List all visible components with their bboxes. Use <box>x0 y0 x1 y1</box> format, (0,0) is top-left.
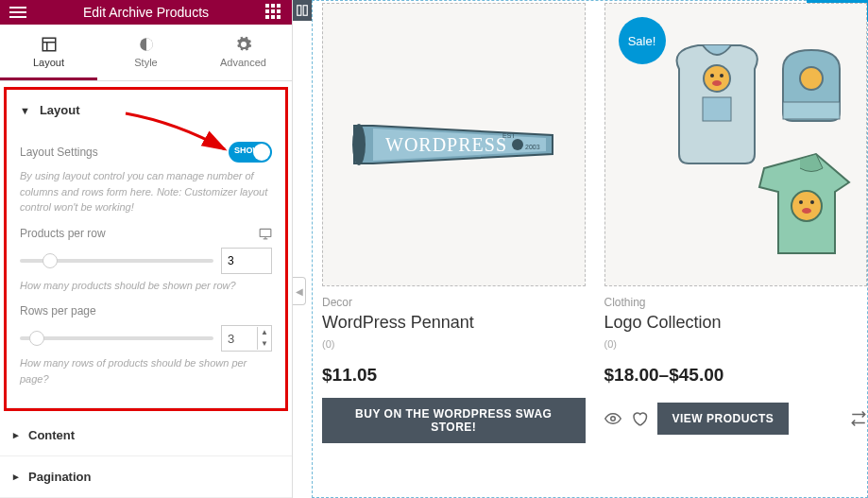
svg-point-17 <box>710 74 714 77</box>
product-image[interactable]: Sale! <box>604 3 868 286</box>
tab-layout[interactable]: Layout <box>0 25 97 80</box>
stepper-up-icon[interactable]: ▲ <box>258 327 271 338</box>
section-layout-header[interactable]: ▼ Layout <box>7 90 285 130</box>
product-category: Clothing <box>604 296 868 309</box>
compare-icon[interactable] <box>850 410 867 427</box>
svg-rect-8 <box>303 6 307 16</box>
section-content[interactable]: ▸Content <box>0 415 292 456</box>
editor-tabs: Layout Style Advanced <box>0 25 292 81</box>
svg-point-10 <box>512 139 523 150</box>
caret-right-icon: ▸ <box>13 471 19 483</box>
svg-point-23 <box>799 200 803 204</box>
gear-icon <box>235 36 252 53</box>
editor-sidebar: Edit Archive Products Layout Style Advan… <box>0 0 293 498</box>
desktop-icon[interactable] <box>259 227 272 240</box>
rows-per-page-input[interactable]: 3 ▲▼ <box>221 325 272 352</box>
svg-text:EST: EST <box>502 132 516 139</box>
caret-down-icon: ▼ <box>20 105 30 116</box>
svg-rect-4 <box>260 229 271 236</box>
svg-point-22 <box>791 191 822 221</box>
rows-per-page-label: Rows per page <box>20 304 96 318</box>
products-per-row-hint: How many products should be shown per ro… <box>20 278 272 294</box>
svg-point-24 <box>810 200 814 204</box>
sale-badge: Sale! <box>619 17 666 64</box>
svg-point-13 <box>352 124 366 165</box>
layout-settings-toggle[interactable]: SHOW <box>229 142 272 163</box>
svg-point-25 <box>802 208 811 214</box>
svg-text:WORDPRESS: WORDPRESS <box>385 134 507 155</box>
product-title[interactable]: WordPress Pennant <box>322 313 586 333</box>
pennant-illustration: WORDPRESS EST 2003 <box>340 83 567 206</box>
product-category: Decor <box>322 296 586 309</box>
product-card: WORDPRESS EST 2003 Decor WordPress Penna… <box>322 1 586 497</box>
product-reviews: (0) <box>322 338 586 350</box>
svg-point-26 <box>610 417 615 421</box>
tab-advanced[interactable]: Advanced <box>195 25 292 80</box>
svg-rect-20 <box>783 102 840 119</box>
view-products-button[interactable]: VIEW PRODUCTS <box>657 403 790 435</box>
product-image[interactable]: WORDPRESS EST 2003 <box>322 3 586 286</box>
panel-collapse-handle[interactable]: ◀ <box>293 277 306 305</box>
product-price: $11.05 <box>322 365 586 386</box>
products-per-row-input[interactable] <box>221 248 272 274</box>
svg-rect-0 <box>43 38 56 51</box>
product-card: + ⠿ ✕ Sale! <box>604 1 868 497</box>
svg-point-19 <box>712 80 722 86</box>
svg-rect-15 <box>703 97 731 121</box>
products-per-row-label: Products per row <box>20 227 106 240</box>
svg-rect-7 <box>298 6 301 16</box>
preview-canvas: ◀ WORDPRESS EST 2003 <box>293 0 868 498</box>
highlight-annotation: ▼ Layout Layout Settings SHOW By using l… <box>4 87 288 411</box>
product-reviews: (0) <box>604 338 868 350</box>
products-per-row-slider[interactable] <box>20 259 213 263</box>
structure-icon[interactable] <box>293 0 312 21</box>
apps-icon[interactable] <box>265 4 282 21</box>
page-title: Edit Archive Products <box>83 5 209 20</box>
rows-per-page-hint: How many rows of products should be show… <box>20 355 272 386</box>
section-pagination[interactable]: ▸Pagination <box>0 456 292 498</box>
section-layout: ▼ Layout Layout Settings SHOW By using l… <box>7 90 285 408</box>
svg-point-18 <box>720 74 723 77</box>
style-icon <box>138 36 155 53</box>
caret-right-icon: ▸ <box>13 429 19 441</box>
sidebar-header: Edit Archive Products <box>0 0 292 25</box>
layout-settings-hint: By using layout control you can manage n… <box>20 168 272 215</box>
product-title[interactable]: Logo Collection <box>604 313 868 333</box>
product-price: $18.00–$45.00 <box>604 365 868 386</box>
eye-icon[interactable] <box>604 410 621 427</box>
layout-icon <box>41 36 58 53</box>
buy-button[interactable]: BUY ON THE WORDPRESS SWAG STORE! <box>322 398 586 443</box>
svg-text:2003: 2003 <box>525 144 540 150</box>
stepper-down-icon[interactable]: ▼ <box>258 338 271 350</box>
svg-point-16 <box>704 65 730 92</box>
tab-style[interactable]: Style <box>97 25 195 80</box>
layout-settings-label: Layout Settings <box>20 146 98 159</box>
menu-icon[interactable] <box>9 7 26 18</box>
svg-point-21 <box>800 67 823 90</box>
heart-icon[interactable] <box>631 410 648 427</box>
rows-per-page-slider[interactable] <box>20 336 213 340</box>
